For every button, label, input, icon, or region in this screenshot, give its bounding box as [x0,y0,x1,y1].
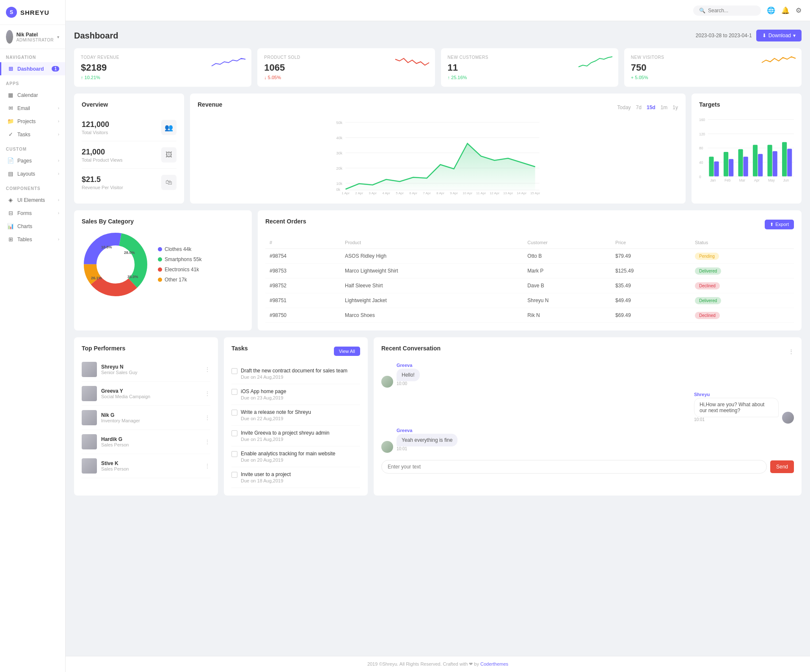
task-content: Invite Greeva to a project shreyu admin … [241,430,329,442]
sidebar-item-label: Calendar [17,92,59,98]
list-item: Invite user to a project Due on 18 Aug,2… [231,467,360,488]
task-due: Due on 23 Aug,2019 [241,395,286,400]
user-info: Nik Patel ADMINISTRATOR [17,32,54,42]
task-checkbox[interactable] [231,389,237,395]
charts-icon: 📊 [7,223,14,229]
tasks-list: Draft the new contract document for sale… [231,364,360,488]
tab-1y[interactable]: 1y [672,105,678,110]
logo: S SHREYU [0,0,65,25]
chat-avatar [381,376,393,388]
table-row: #98750 Marco Shoes Rik N $69.49 Declined [265,308,794,323]
order-product: Half Sleeve Shirt [341,278,523,293]
revenue-title: Revenue [198,101,222,108]
table-row: #98754 ASOS Ridley High Otto B $79.49 Pe… [265,249,794,264]
stat-change: ↑ 10.21% [81,75,245,80]
performer-role: Sales Person [101,442,200,447]
settings-icon[interactable]: ⚙ [796,6,802,14]
chat-message: Greeva Yeah everything is fine 10:01 [381,428,794,453]
sidebar-item-label: Tables [17,237,55,242]
order-id: #98751 [265,293,341,308]
search-box[interactable]: 🔍 [693,6,761,16]
order-customer: Dave B [523,278,611,293]
overview-item-views: 21,000 Total Product Views 🖼 [82,141,176,169]
sidebar-item-projects[interactable]: 📁 Projects › [0,115,65,128]
svg-text:3 Apr: 3 Apr [369,191,377,195]
list-item: Invite Greeva to a project shreyu admin … [231,426,360,446]
svg-text:Apr: Apr [754,178,760,182]
view-all-button[interactable]: View All [334,347,360,356]
table-row: #98752 Half Sleeve Shirt Dave B $35.49 D… [265,278,794,293]
svg-text:28.0%: 28.0% [124,251,135,255]
order-price: $49.49 [611,293,691,308]
svg-text:2 Apr: 2 Apr [355,191,363,195]
sidebar-item-label: UI Elements [17,197,55,203]
svg-text:12 Apr: 12 Apr [490,191,499,195]
col-customer: Customer [523,237,611,249]
sidebar-item-dashboard[interactable]: ⊞ Dashboard 1 [0,62,65,75]
performers-title: Top Performers [82,345,210,352]
tab-1m[interactable]: 1m [661,105,668,110]
bell-icon[interactable]: 🔔 [781,6,790,14]
logo-text: SHREYU [20,9,50,16]
svg-text:26.1%: 26.1% [91,276,102,280]
overview-stat-val: $21.5 [82,175,123,184]
performer-more-icon[interactable]: ⋮ [204,414,210,421]
arrow-icon: › [58,132,59,137]
legend-dot [158,247,162,251]
overview-stat-lbl: Total Product Views [82,157,122,162]
task-checkbox[interactable] [231,368,237,374]
user-role: ADMINISTRATOR [17,38,54,42]
svg-text:5 Apr: 5 Apr [396,191,404,195]
svg-text:May: May [768,178,775,182]
performer-more-icon[interactable]: ⋮ [204,366,210,373]
sidebar-item-tasks[interactable]: ✓ Tasks › [0,128,65,141]
tab-today[interactable]: Today [617,105,631,110]
sidebar: S SHREYU Nik Patel ADMINISTRATOR ▾ NAVIG… [0,0,66,672]
performer-more-icon[interactable]: ⋮ [204,390,210,397]
export-button[interactable]: ⬆ Export [765,220,794,229]
tab-7d[interactable]: 7d [636,105,642,110]
legend-label: Smartphons 55k [165,256,201,262]
svg-text:160: 160 [699,118,705,122]
task-checkbox[interactable] [231,472,237,478]
sidebar-item-calendar[interactable]: ▦ Calendar [0,88,65,102]
svg-text:0: 0 [699,175,701,179]
svg-rect-41 [738,149,743,176]
performer-more-icon[interactable]: ⋮ [204,463,210,469]
status-badge: Pending [695,253,719,260]
globe-icon[interactable]: 🌐 [767,6,775,14]
task-checkbox[interactable] [231,430,237,436]
footer-link[interactable]: Coderthemes [480,661,508,666]
tab-15d[interactable]: 15d [647,105,656,110]
sidebar-item-label: Layouts [17,171,55,177]
chat-area: Greeva Hello! 10:00 Shreyu Hi,How are yo… [381,363,794,456]
performer-more-icon[interactable]: ⋮ [204,438,210,445]
tasks-title: Tasks [231,345,248,352]
task-checkbox[interactable] [231,410,237,416]
chat-input[interactable] [381,460,767,474]
sidebar-item-tables[interactable]: ⊞ Tables › [0,233,65,246]
order-product: ASOS Ridley High [341,249,523,264]
sidebar-item-ui-elements[interactable]: ◈ UI Elements › [0,193,65,207]
sidebar-item-email[interactable]: ✉ Email › [0,102,65,115]
sidebar-item-forms[interactable]: ⊟ Forms › [0,207,65,220]
task-due: Due on 24 Aug,2019 [241,375,347,380]
task-checkbox[interactable] [231,451,237,457]
list-item: iOS App home page Due on 23 Aug,2019 [231,384,360,405]
sidebar-item-charts[interactable]: 📊 Charts [0,220,65,233]
user-profile[interactable]: Nik Patel ADMINISTRATOR ▾ [0,25,65,49]
sidebar-item-pages[interactable]: 📄 Pages › [0,154,65,167]
performer-name: Hardik G [101,436,200,442]
order-id: #98750 [265,308,341,323]
search-input[interactable] [708,8,755,14]
chat-time: 10:01 [397,446,457,451]
conv-more-icon[interactable]: ⋮ [788,348,794,355]
download-button[interactable]: ⬇ Download ▾ [756,30,802,41]
donut-chart: 28.0% 35.0% 26.1% 10.8% [82,231,149,298]
revenue-chart: 50k 40k 30k 20k 10k 0k [198,118,678,194]
list-item: Nik G Inventory Manager ⋮ [82,406,210,430]
chat-sender: Shreyu [694,392,779,397]
send-button[interactable]: Send [770,460,794,473]
top-header: 🔍 🌐 🔔 ⚙ [66,0,810,21]
sidebar-item-layouts[interactable]: ▤ Layouts › [0,167,65,180]
